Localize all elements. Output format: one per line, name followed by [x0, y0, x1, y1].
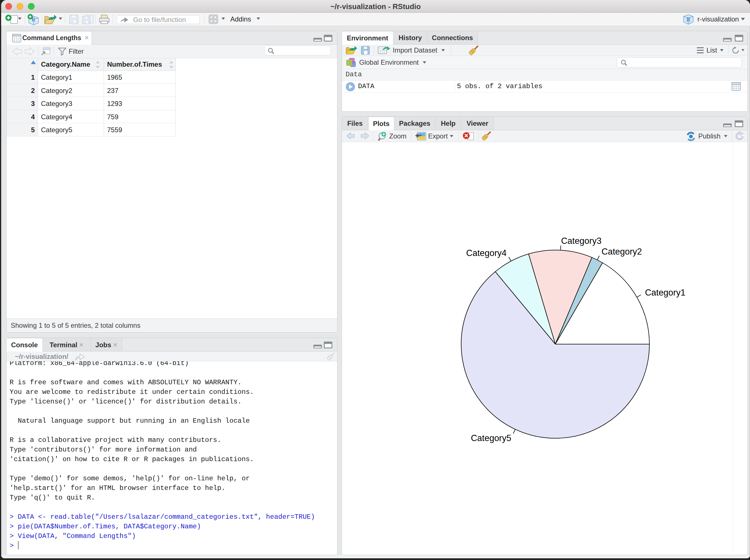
svg-text:Category2: Category2 — [601, 247, 642, 257]
svg-text:Category3: Category3 — [561, 236, 601, 246]
svg-text:Category4: Category4 — [466, 248, 507, 258]
svg-text:Category5: Category5 — [471, 433, 511, 443]
svg-text:Category1: Category1 — [645, 288, 685, 298]
svg-text:R: R — [686, 16, 691, 23]
